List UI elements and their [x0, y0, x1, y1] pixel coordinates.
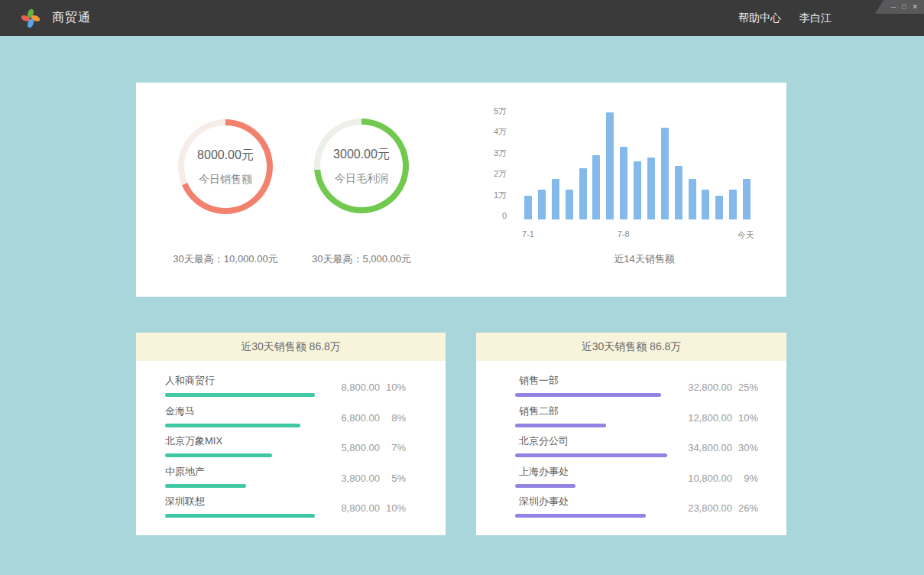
rank-row-amount: 10,800.00: [674, 473, 732, 484]
titlebar: 商贸通 帮助中心 李白江 ─ □ ✕: [0, 0, 924, 36]
rank-row-amount: 3,800.00: [322, 473, 380, 484]
rank-row-amount: 6,800.00: [322, 412, 380, 424]
rank-row-bar: [515, 424, 606, 427]
rank-row-bar: [165, 453, 272, 457]
rank-row-values: 5,800.007%: [322, 442, 406, 453]
rank-row-4: 中原地产3,800.005%: [136, 463, 446, 493]
rank-row-5: 深圳办事处23,800.0026%: [476, 492, 786, 523]
rank-row-bar: [515, 393, 661, 397]
titlebar-menu: 帮助中心 李白江: [738, 0, 832, 36]
today-profit-value: 3000.00元: [333, 147, 390, 163]
daily-sales-bar-7: [606, 112, 614, 219]
rank-row-percent: 25%: [732, 382, 758, 393]
rank-row-values: 34,800.0030%: [674, 442, 758, 453]
sales-chart-caption: 近14天销售额: [533, 252, 755, 266]
customer-rank-header: 近30天销售额 86.8万: [136, 333, 446, 361]
daily-sales-bar-6: [592, 155, 600, 219]
today-sales-donut-hole: 8000.00元 今日销售额: [184, 125, 267, 208]
rank-row-2: 金海马6,800.008%: [136, 402, 446, 433]
customer-sales-rank-card: 近30天销售额 86.8万 人和商贸行8,800.0010%金海马6,800.0…: [136, 333, 446, 535]
rank-row-values: 23,800.0026%: [674, 502, 758, 514]
sales-chart-y-axis: 5万4万3万2万1万0: [465, 83, 507, 236]
rank-row-values: 10,800.009%: [674, 473, 758, 484]
x-tick-label: 7-1: [511, 229, 545, 239]
daily-sales-bar-12: [675, 166, 682, 219]
rank-row-bar: [515, 484, 575, 488]
y-tick-label: 5万: [465, 106, 507, 116]
rank-row-percent: 7%: [380, 442, 406, 453]
x-tick-label: 今天: [729, 229, 763, 241]
y-tick-label: 0: [465, 210, 507, 221]
daily-sales-bar-14: [702, 190, 709, 219]
close-button[interactable]: ✕: [912, 0, 918, 14]
daily-sales-bar-11: [661, 128, 669, 219]
rank-row-1: 销售一部32,800.0025%: [476, 372, 786, 402]
app-title: 商贸通: [52, 10, 91, 26]
today-profit-donut: 3000.00元 今日毛利润: [314, 119, 409, 213]
rank-row-3: 北京分公司34,800.0030%: [476, 432, 786, 463]
daily-sales-bar-4: [566, 190, 573, 219]
rank-row-1: 人和商贸行8,800.0010%: [136, 372, 446, 402]
rank-row-percent: 30%: [732, 442, 758, 453]
rank-row-amount: 34,800.00: [674, 442, 732, 453]
daily-sales-bar-16: [729, 190, 737, 219]
rank-row-values: 3,800.005%: [322, 473, 406, 484]
app-logo-icon: [20, 8, 41, 29]
x-tick-label: 7-8: [607, 229, 640, 239]
today-profit-label: 今日毛利润: [335, 172, 388, 186]
rank-row-percent: 26%: [732, 502, 758, 514]
daily-sales-bar-10: [647, 158, 655, 219]
sales-chart-x-axis: 7-17-8今天: [136, 229, 786, 242]
rank-row-bar: [165, 514, 315, 518]
rank-row-percent: 10%: [380, 382, 406, 393]
rank-row-percent: 10%: [732, 412, 758, 424]
rank-row-amount: 8,800.00: [322, 382, 380, 393]
rank-row-percent: 5%: [380, 473, 406, 484]
daily-sales-bar-13: [689, 179, 696, 219]
today-profit-30day-max: 30天最高：5,000.00元: [276, 252, 447, 266]
rank-row-percent: 10%: [380, 502, 406, 514]
today-profit-donut-hole: 3000.00元 今日毛利润: [320, 125, 403, 207]
department-rank-list: 销售一部32,800.0025%销售二部12,800.0010%北京分公司34,…: [476, 361, 786, 523]
user-name-menu[interactable]: 李白江: [799, 11, 832, 25]
rank-row-5: 深圳联想8,800.0010%: [136, 492, 446, 523]
rank-row-amount: 32,800.00: [674, 382, 732, 393]
customer-rank-list: 人和商贸行8,800.0010%金海马6,800.008%北京万象MIX5,80…: [136, 361, 446, 523]
maximize-button[interactable]: □: [902, 0, 906, 14]
department-sales-rank-card: 近30天销售额 86.8万 销售一部32,800.0025%销售二部12,800…: [476, 333, 786, 535]
rank-row-values: 8,800.0010%: [322, 502, 406, 514]
rank-row-bar: [165, 393, 315, 397]
today-sales-value: 8000.00元: [197, 148, 254, 164]
rank-row-3: 北京万象MIX5,800.007%: [136, 432, 446, 463]
today-sales-donut: 8000.00元 今日销售额: [178, 119, 273, 214]
rank-row-2: 销售二部12,800.0010%: [476, 402, 786, 433]
rank-row-percent: 8%: [380, 412, 406, 424]
minimize-button[interactable]: ─: [891, 0, 896, 14]
rank-row-amount: 5,800.00: [322, 442, 380, 453]
daily-sales-bar-17: [743, 179, 751, 219]
daily-sales-bar-8: [620, 147, 627, 219]
rank-row-percent: 9%: [732, 473, 758, 484]
rank-row-amount: 8,800.00: [322, 502, 380, 514]
help-center-link[interactable]: 帮助中心: [738, 11, 781, 25]
daily-sales-bar-3: [552, 179, 559, 219]
rank-row-bar: [165, 424, 300, 427]
rank-row-4: 上海办事处10,800.009%: [476, 463, 786, 493]
daily-sales-bar-2: [538, 190, 546, 219]
y-tick-label: 3万: [465, 148, 507, 158]
rank-row-amount: 23,800.00: [674, 502, 732, 514]
daily-sales-bar-5: [579, 168, 587, 219]
rank-row-amount: 12,800.00: [674, 412, 732, 424]
overview-card: 8000.00元 今日销售额 30天最高：10,000.00元 3000.00元…: [136, 83, 786, 297]
daily-sales-bar-1: [524, 196, 532, 219]
daily-sales-bar-9: [634, 161, 641, 219]
rank-row-values: 32,800.0025%: [674, 382, 758, 393]
y-tick-label: 1万: [465, 190, 507, 200]
today-sales-label: 今日销售额: [199, 173, 252, 187]
rank-row-values: 6,800.008%: [322, 412, 406, 424]
rank-row-bar: [515, 453, 667, 457]
rank-row-values: 12,800.0010%: [674, 412, 758, 424]
daily-sales-bar-15: [715, 196, 723, 219]
rank-row-bar: [165, 484, 246, 488]
department-rank-header: 近30天销售额 86.8万: [476, 333, 786, 361]
